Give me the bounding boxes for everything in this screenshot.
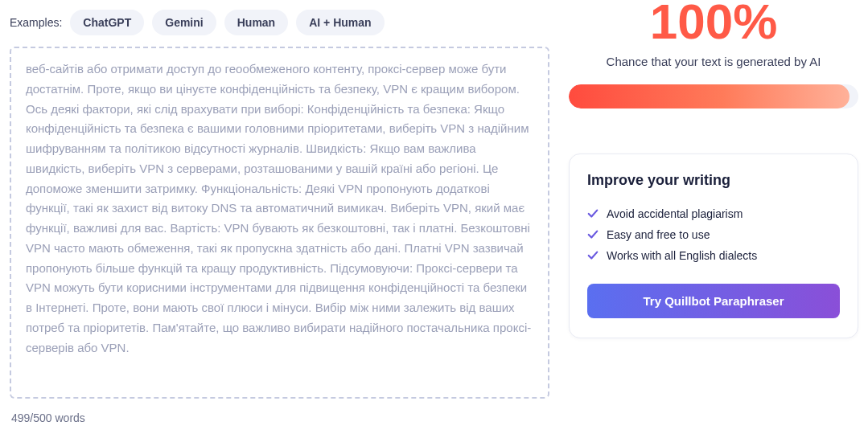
- example-chip-human[interactable]: Human: [224, 10, 288, 35]
- check-icon: [587, 208, 599, 219]
- ai-percentage: 100%: [569, 0, 858, 47]
- examples-label: Examples:: [10, 16, 62, 29]
- improve-writing-card: Improve your writing Avoid accidental pl…: [569, 154, 858, 338]
- example-chip-gemini[interactable]: Gemini: [152, 10, 216, 35]
- feature-text: Avoid accidental plagiarism: [607, 207, 743, 220]
- left-panel: Examples: ChatGPT Gemini Human AI + Huma…: [10, 0, 549, 424]
- list-item: Easy and free to use: [587, 224, 840, 245]
- progress-bar: [569, 84, 858, 108]
- text-content[interactable]: веб-сайтів або отримати доступ до геообм…: [26, 59, 537, 386]
- feature-list: Avoid accidental plagiarism Easy and fre…: [587, 203, 840, 266]
- examples-row: Examples: ChatGPT Gemini Human AI + Huma…: [10, 0, 549, 47]
- list-item: Works with all English dialects: [587, 245, 840, 266]
- try-paraphraser-button[interactable]: Try Quillbot Paraphraser: [587, 284, 840, 318]
- word-count: 499/500 words: [10, 399, 549, 424]
- ai-percentage-label: Chance that your text is generated by AI: [569, 55, 858, 68]
- right-panel: 100% Chance that your text is generated …: [569, 0, 858, 424]
- text-input-area[interactable]: веб-сайтів або отримати доступ до геообм…: [10, 47, 549, 399]
- example-chip-chatgpt[interactable]: ChatGPT: [70, 10, 144, 35]
- check-icon: [587, 229, 599, 240]
- progress-fill: [569, 84, 849, 108]
- list-item: Avoid accidental plagiarism: [587, 203, 840, 224]
- feature-text: Easy and free to use: [607, 228, 710, 241]
- feature-text: Works with all English dialects: [607, 249, 757, 262]
- card-title: Improve your writing: [587, 172, 840, 189]
- check-icon: [587, 250, 599, 261]
- example-chip-ai-human[interactable]: AI + Human: [296, 10, 384, 35]
